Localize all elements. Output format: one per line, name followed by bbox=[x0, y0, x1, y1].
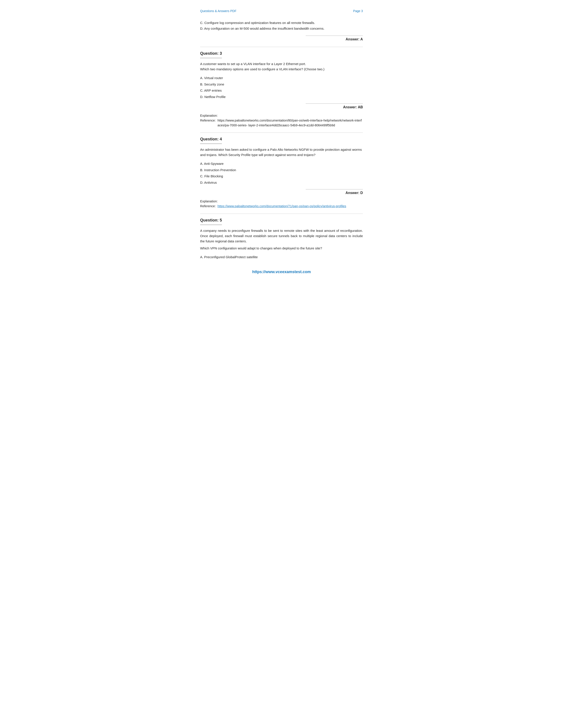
question4-section: Question: 4 An administrator has been as… bbox=[200, 136, 363, 209]
divider-q3 bbox=[200, 47, 363, 47]
q4-explanation: Explanation: Reference: https://www.palo… bbox=[200, 199, 363, 209]
q4-reference-link[interactable]: https://www.paloaltonetworks.com/documen… bbox=[217, 204, 346, 209]
q3-option-c: C. ARP entries bbox=[200, 87, 363, 94]
question5-label: Question: 5 bbox=[200, 217, 222, 225]
q4-reference-label: Reference: bbox=[200, 204, 216, 209]
answer-d-text: Answer: D bbox=[306, 190, 363, 196]
question5-body-line2: Which VPN configuration would adapt to c… bbox=[200, 246, 363, 251]
question3-label: Question: 3 bbox=[200, 51, 222, 58]
question3-body-line2: Which two mandatory options are used to … bbox=[200, 67, 363, 72]
q4-reference-row: Reference: https://www.paloaltonetworks.… bbox=[200, 204, 363, 209]
q3-reference-row: Reference: https://www.paloaltonetworks.… bbox=[200, 118, 363, 128]
answer-ab-section: Answer: AB bbox=[306, 103, 363, 110]
answer-d-section: Answer: D bbox=[306, 189, 363, 196]
q4-option-b: B. Instruction Prevention bbox=[200, 167, 363, 173]
answer-a-section: Answer: A bbox=[306, 36, 363, 42]
intro-item-d: D. Any configuration on an M-500 would a… bbox=[200, 26, 363, 31]
intro-items: C. Configure log compression and optimiz… bbox=[200, 20, 363, 31]
question4-body: An administrator has been asked to confi… bbox=[200, 147, 363, 158]
answer-a-text: Answer: A bbox=[306, 37, 363, 42]
answer-d-wrapper: Answer: D bbox=[200, 189, 363, 196]
q3-option-b: B. Security zone bbox=[200, 81, 363, 88]
question4-header: Question: 4 bbox=[200, 136, 363, 147]
intro-item-c: C. Configure log compression and optimiz… bbox=[200, 20, 363, 26]
q3-reference-text: https://www.paloaltonetworks.com/documen… bbox=[217, 118, 363, 128]
question3-section: Question: 3 A customer wants to set up a… bbox=[200, 51, 363, 128]
q5-option-a: A. Preconfigured GlobalProtect satellite bbox=[200, 254, 363, 260]
question4-label: Question: 4 bbox=[200, 136, 222, 144]
question5-body: A company needs to preconfigure firewall… bbox=[200, 228, 363, 251]
q4-explanation-label: Explanation: bbox=[200, 199, 363, 204]
q3-option-a: A. Virtual router bbox=[200, 75, 363, 81]
header-right: Page 3 bbox=[353, 9, 363, 13]
page-container: Questions & Answers PDF Page 3 C. Config… bbox=[187, 0, 376, 288]
footer: https://www.vceexamstest.com bbox=[200, 269, 363, 275]
question5-body-line1: A company needs to preconfigure firewall… bbox=[200, 228, 363, 244]
question3-header: Question: 3 bbox=[200, 51, 363, 61]
q3-explanation: Explanation: Reference: https://www.palo… bbox=[200, 113, 363, 128]
intro-item-d-text: D. Any configuration on an M-500 would a… bbox=[200, 26, 325, 31]
intro-item-c-text: C. Configure log compression and optimiz… bbox=[200, 20, 315, 26]
question3-options: A. Virtual router B. Security zone C. AR… bbox=[200, 75, 363, 100]
question3-body: A customer wants to set up a VLAN interf… bbox=[200, 61, 363, 72]
question5-section: Question: 5 A company needs to preconfig… bbox=[200, 217, 363, 260]
q4-option-c: C. File Blocking bbox=[200, 173, 363, 180]
footer-url: https://www.vceexamstest.com bbox=[252, 270, 311, 274]
question5-options: A. Preconfigured GlobalProtect satellite bbox=[200, 254, 363, 260]
answer-ab-wrapper: Answer: AB bbox=[200, 103, 363, 110]
q3-option-d: D. Netflow Profile bbox=[200, 94, 363, 100]
answer-a-wrapper: Answer: A bbox=[200, 36, 363, 42]
question4-body-line1: An administrator has been asked to confi… bbox=[200, 147, 363, 158]
question4-options: A. Anti-Spyware B. Instruction Preventio… bbox=[200, 161, 363, 186]
page-header: Questions & Answers PDF Page 3 bbox=[200, 9, 363, 13]
question3-body-line1: A customer wants to set up a VLAN interf… bbox=[200, 61, 363, 67]
q4-option-a: A. Anti-Spyware bbox=[200, 161, 363, 167]
q4-option-d: D. Antivirus bbox=[200, 180, 363, 186]
answer-ab-text: Answer: AB bbox=[306, 105, 363, 110]
q3-explanation-label: Explanation: bbox=[200, 113, 363, 118]
q3-reference-label: Reference: bbox=[200, 118, 216, 128]
question5-header: Question: 5 bbox=[200, 217, 363, 228]
header-left: Questions & Answers PDF bbox=[200, 9, 236, 13]
